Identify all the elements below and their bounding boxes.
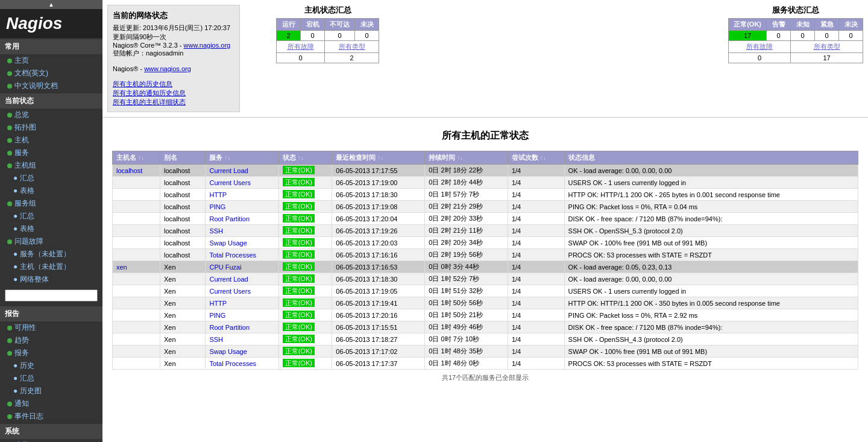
sidebar-link-hosts[interactable]: 主机 [14,135,29,145]
sidebar-item-docs-cn[interactable]: 中文说明文档 [0,80,102,92]
sidebar-item-docs-en[interactable]: 文档(英文) [0,67,102,80]
sidebar-link-reports[interactable]: 报务 [14,348,29,358]
sidebar-link-sg-summary[interactable]: ● 汇总 [13,212,34,220]
sidebar-link-event-log[interactable]: 事件日志 [14,411,43,421]
sidebar-link-hg-grid[interactable]: ● 表格 [13,186,34,195]
service-link[interactable]: Total Processes [209,251,256,259]
service-link[interactable]: Root Partition [209,215,250,223]
sidebar-item-sg-summary[interactable]: ● 汇总 [0,210,102,223]
sidebar-item-service-groups[interactable]: 服务组 [0,197,102,210]
link-host-notifications[interactable]: 所有主机的通知历史信息 [113,89,186,96]
version-link[interactable]: www.nagios.org [184,42,231,49]
service-link[interactable]: SSH [209,227,223,235]
host-summary-link-all-types[interactable]: 所有类型 [339,43,365,50]
cell-alias: localhost [160,165,205,177]
svc-summary-val-critical[interactable]: 0 [815,31,839,41]
sidebar-link-topology[interactable]: 拓扑图 [14,122,36,133]
sidebar-link-net-integrity[interactable]: ● 网络整体 [13,275,49,283]
sidebar-link-overview[interactable]: 总览 [14,110,29,120]
sidebar-link-docs-en[interactable]: 文档(英文) [14,68,48,78]
sidebar-link-rpt-histogram[interactable]: ● 历史图 [13,387,42,395]
sidebar-link-availability[interactable]: 可用性 [14,323,36,333]
link-host-details[interactable]: 所有主机的主机详细状态 [113,98,186,106]
sidebar-link-services[interactable]: 服务 [14,148,29,158]
sidebar-link-notifications[interactable]: 通知 [14,399,29,409]
svc-summary-val-unknown[interactable]: 0 [791,31,815,41]
host-summary-val-running[interactable]: 2 [277,31,301,41]
service-link[interactable]: CPU Fuzai [209,264,241,271]
sidebar-item-reports[interactable]: 报务 [0,347,102,359]
sidebar-item-rpt-histogram[interactable]: ● 历史图 [0,385,102,397]
sidebar-link-service-groups[interactable]: 服务组 [14,198,36,209]
sidebar-item-event-log[interactable]: 事件日志 [0,410,102,423]
sidebar-link-sg-grid[interactable]: ● 表格 [13,224,34,233]
cell-duration: 0日 2时 20分 33秒 [425,213,508,225]
service-link[interactable]: Total Processes [209,360,256,367]
sidebar-item-host-unhandled[interactable]: ● 主机（未处置） [0,260,102,273]
service-link[interactable]: Current Users [209,179,250,186]
sidebar-item-notifications[interactable]: 通知 [0,397,102,410]
service-link[interactable]: PING [209,203,225,210]
cell-duration: 0日 2时 18分 22秒 [425,165,508,177]
cell-last-check: 06-05-2013 17:19:00 [332,177,425,189]
service-link[interactable]: Current Load [209,276,248,283]
cell-hostname [113,201,160,213]
sidebar-item-home[interactable]: 主页 [0,54,102,67]
service-link[interactable]: PING [209,312,225,319]
sidebar-item-hg-grid[interactable]: ● 表格 [0,185,102,197]
host-link[interactable]: xen [116,264,127,271]
host-link[interactable]: localhost [116,167,142,174]
sidebar-item-rpt-summary[interactable]: ● 汇总 [0,372,102,385]
sidebar-item-topology[interactable]: 拓扑图 [0,121,102,134]
host-summary-val-pending[interactable]: 0 [355,31,379,41]
sidebar-link-rpt-history[interactable]: ● 历史 [13,361,34,370]
service-link[interactable]: HTTP [209,191,227,198]
sidebar-link-host-unhandled[interactable]: ● 主机（未处置） [13,262,71,271]
sidebar-item-comments[interactable]: 注释 [0,439,102,442]
sidebar-link-rpt-summary[interactable]: ● 汇总 [13,374,34,382]
svc-summary-val-pending[interactable]: 0 [839,31,863,41]
sidebar-scroll-up[interactable]: ▲ [0,0,102,9]
sidebar-item-rpt-history[interactable]: ● 历史 [0,359,102,372]
sidebar-link-svc-unhandled[interactable]: ● 服务（未处置） [13,250,71,258]
svc-summary-val-warn[interactable]: 0 [767,31,791,41]
sidebar-item-net-integrity[interactable]: ● 网络整体 [0,273,102,286]
sidebar-link-home[interactable]: 主页 [14,55,29,66]
sidebar-link-host-groups[interactable]: 主机组 [14,160,36,171]
sidebar-item-trends[interactable]: 趋势 [0,334,102,347]
sidebar-item-sg-grid[interactable]: ● 表格 [0,223,102,235]
search-input[interactable] [5,289,98,302]
service-link[interactable]: Swap Usage [209,348,247,355]
svc-summary-link-all-types[interactable]: 所有类型 [814,43,840,50]
service-link[interactable]: Current Load [209,167,248,174]
sidebar-link-problems[interactable]: 问题故障 [14,236,43,247]
sidebar-item-svc-unhandled[interactable]: ● 服务（未处置） [0,248,102,260]
sidebar-item-host-groups[interactable]: 主机组 [0,159,102,172]
sidebar-link-docs-cn[interactable]: 中文说明文档 [14,81,58,91]
sidebar-item-availability[interactable]: 可用性 [0,321,102,334]
host-summary-val-unreachable[interactable]: 0 [325,31,355,41]
sidebar-item-hg-summary[interactable]: ● 汇总 [0,172,102,185]
svc-summary-link-all-problems[interactable]: 所有故障 [746,43,773,50]
sidebar-item-problems[interactable]: 问题故障 [0,235,102,248]
sidebar-item-overview[interactable]: 总览 [0,109,102,121]
cell-duration: 0日 1时 52分 7秒 [425,273,508,285]
sidebar-link-trends[interactable]: 趋势 [14,335,29,346]
cell-service: HTTP [206,189,278,201]
host-summary-link-all-problems[interactable]: 所有故障 [288,43,314,50]
service-link[interactable]: HTTP [209,300,227,307]
sidebar-link-hg-summary[interactable]: ● 汇总 [13,174,34,182]
status-dot-service-groups [7,201,12,206]
cell-service: Total Processes [206,249,278,261]
sidebar-item-hosts[interactable]: 主机 [0,134,102,147]
host-summary-val-down[interactable]: 0 [301,31,325,41]
service-link[interactable]: Current Users [209,288,250,295]
link-host-history[interactable]: 所有主机的历史信息 [113,80,172,87]
nagios-link[interactable]: www.nagios.org [144,65,191,72]
service-link[interactable]: Root Partition [209,324,250,331]
sidebar-item-services[interactable]: 服务 [0,147,102,159]
service-link[interactable]: Swap Usage [209,239,247,247]
service-link[interactable]: SSH [209,336,223,343]
status-badge: 正常(OK) [283,166,315,174]
svc-summary-val-ok[interactable]: 17 [729,31,767,41]
